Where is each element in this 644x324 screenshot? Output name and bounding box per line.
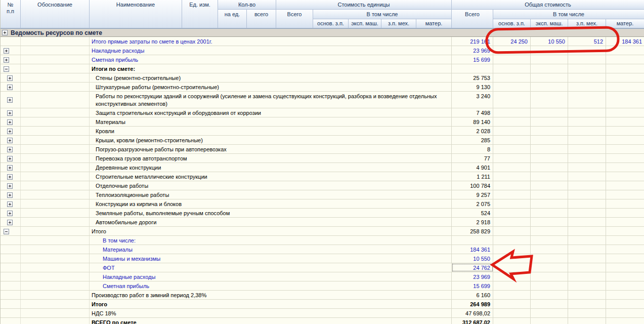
- name-cell[interactable]: Стены (ремонтно-строительные): [90, 73, 452, 82]
- name-cell[interactable]: Итого: [90, 227, 452, 235]
- machines-cell[interactable]: [531, 281, 568, 290]
- machines-cell[interactable]: [531, 272, 568, 281]
- expand-plus-icon[interactable]: [7, 174, 13, 180]
- justification-cell[interactable]: [21, 108, 90, 117]
- materials-cell[interactable]: [606, 181, 644, 190]
- name-cell[interactable]: Отделочные работы: [90, 181, 452, 190]
- machines-cell[interactable]: [531, 46, 568, 55]
- expand-plus-icon[interactable]: [7, 129, 13, 134]
- mech-wage-cell[interactable]: [568, 108, 606, 117]
- machines-cell[interactable]: [531, 64, 568, 73]
- justification-cell[interactable]: [21, 181, 90, 190]
- justification-cell[interactable]: [21, 254, 90, 263]
- total-cell[interactable]: 8: [452, 145, 493, 153]
- name-cell[interactable]: Сметная прибыль: [90, 55, 452, 64]
- materials-cell[interactable]: [606, 236, 644, 245]
- justification-cell[interactable]: [21, 145, 90, 153]
- mech-wage-cell[interactable]: [568, 145, 606, 153]
- materials-cell[interactable]: [606, 218, 644, 226]
- name-cell[interactable]: Работы по реконструкции зданий и сооруже…: [90, 92, 452, 108]
- justification-cell[interactable]: [21, 272, 90, 281]
- total-cell[interactable]: 2 075: [452, 199, 493, 208]
- materials-cell[interactable]: [606, 300, 644, 308]
- basic-wage-cell[interactable]: [493, 254, 531, 263]
- mech-wage-cell[interactable]: [568, 190, 606, 199]
- machines-cell[interactable]: [531, 92, 568, 108]
- basic-wage-cell[interactable]: [493, 55, 531, 64]
- basic-wage-cell[interactable]: [493, 199, 531, 208]
- materials-cell[interactable]: [606, 263, 644, 272]
- name-cell[interactable]: Земляные работы, выполняемые ручным спос…: [90, 209, 452, 217]
- name-cell[interactable]: Итого: [90, 300, 452, 308]
- justification-cell[interactable]: [21, 209, 90, 217]
- mech-wage-cell[interactable]: [568, 281, 606, 290]
- name-cell[interactable]: НДС 18%: [90, 309, 452, 317]
- machines-cell[interactable]: [531, 309, 568, 317]
- mech-wage-cell[interactable]: [568, 218, 606, 226]
- total-cell[interactable]: 184 361: [452, 245, 493, 254]
- name-cell[interactable]: ФОТ: [90, 263, 452, 272]
- materials-cell[interactable]: [606, 291, 644, 299]
- name-cell[interactable]: Производство работ в зимний период 2,38%: [90, 291, 452, 299]
- machines-cell[interactable]: [531, 145, 568, 153]
- justification-cell[interactable]: [21, 46, 90, 55]
- total-cell[interactable]: 9 130: [452, 83, 493, 91]
- machines-cell[interactable]: [531, 209, 568, 217]
- basic-wage-cell[interactable]: [493, 318, 531, 324]
- machines-cell[interactable]: [531, 254, 568, 263]
- expand-plus-icon[interactable]: [7, 156, 13, 161]
- total-cell[interactable]: 524: [452, 209, 493, 217]
- basic-wage-cell[interactable]: [493, 163, 531, 172]
- mech-wage-cell[interactable]: [568, 209, 606, 217]
- name-cell[interactable]: Накладные расходы: [90, 272, 452, 281]
- expand-plus-icon[interactable]: [4, 48, 9, 54]
- basic-wage-cell[interactable]: [493, 272, 531, 281]
- expand-plus-icon[interactable]: [2, 30, 8, 35]
- machines-cell[interactable]: [531, 117, 568, 126]
- machines-cell[interactable]: [531, 154, 568, 163]
- basic-wage-cell[interactable]: [493, 83, 531, 91]
- total-cell[interactable]: 2 918: [452, 218, 493, 226]
- machines-cell[interactable]: [531, 245, 568, 254]
- name-cell[interactable]: Крыши, кровли (ремонтно-строительные): [90, 136, 452, 144]
- basic-wage-cell[interactable]: [493, 263, 531, 272]
- mech-wage-cell[interactable]: [568, 46, 606, 55]
- basic-wage-cell[interactable]: [493, 92, 531, 108]
- name-cell[interactable]: Строительные металлические конструкции: [90, 172, 452, 181]
- basic-wage-cell[interactable]: [493, 300, 531, 308]
- basic-wage-cell[interactable]: [493, 172, 531, 181]
- name-cell[interactable]: Автомобильные дороги: [90, 218, 452, 226]
- total-cell[interactable]: 6 160: [452, 291, 493, 299]
- machines-cell[interactable]: [531, 73, 568, 82]
- mech-wage-cell[interactable]: [568, 136, 606, 144]
- justification-cell[interactable]: [21, 318, 90, 324]
- materials-cell[interactable]: [606, 209, 644, 217]
- total-cell[interactable]: 89 140: [452, 117, 493, 126]
- expand-plus-icon[interactable]: [7, 220, 13, 225]
- mech-wage-cell[interactable]: [568, 272, 606, 281]
- total-cell[interactable]: 24 762: [452, 263, 493, 272]
- total-cell[interactable]: 10 550: [452, 254, 493, 263]
- total-cell[interactable]: 2 028: [452, 127, 493, 135]
- name-cell[interactable]: ВСЕГО по смете: [90, 318, 452, 324]
- materials-cell[interactable]: [606, 64, 644, 73]
- machines-cell[interactable]: [531, 190, 568, 199]
- name-cell[interactable]: Итоги по смете:: [90, 64, 452, 73]
- materials-cell[interactable]: [606, 190, 644, 199]
- materials-cell[interactable]: [606, 309, 644, 317]
- basic-wage-cell[interactable]: [493, 181, 531, 190]
- justification-cell[interactable]: [21, 64, 90, 73]
- machines-cell[interactable]: [531, 127, 568, 135]
- materials-cell[interactable]: [606, 73, 644, 82]
- materials-cell[interactable]: [606, 318, 644, 324]
- justification-cell[interactable]: [21, 37, 90, 46]
- name-cell[interactable]: Машины и механизмы: [90, 254, 452, 263]
- expand-plus-icon[interactable]: [7, 165, 13, 171]
- machines-cell[interactable]: [531, 172, 568, 181]
- materials-cell[interactable]: [606, 272, 644, 281]
- mech-wage-cell[interactable]: [568, 83, 606, 91]
- total-cell[interactable]: 264 989: [452, 300, 493, 308]
- justification-cell[interactable]: [21, 291, 90, 299]
- materials-cell[interactable]: [606, 92, 644, 108]
- justification-cell[interactable]: [21, 281, 90, 290]
